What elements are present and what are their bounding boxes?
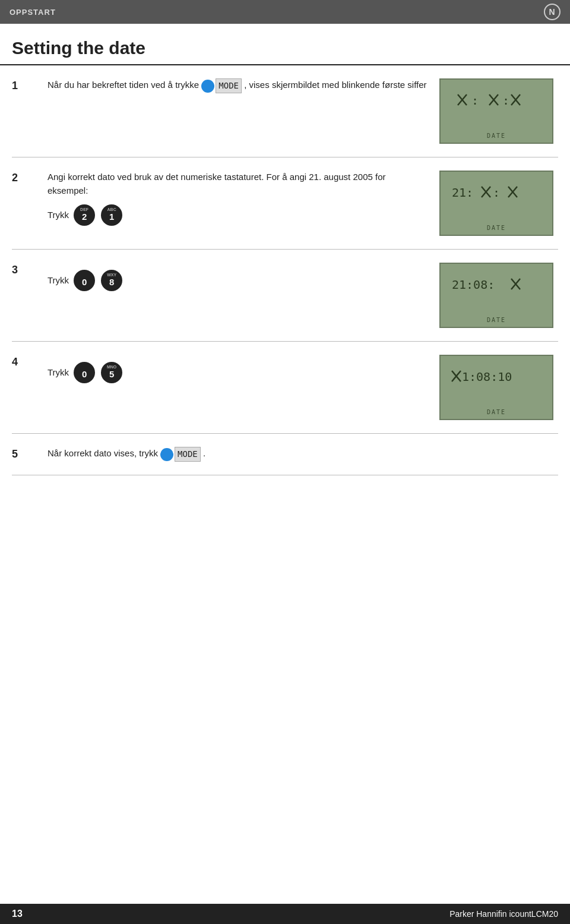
svg-text::: :: [493, 185, 500, 200]
step-content-1: Når du har bekreftet tiden ved å trykke …: [48, 78, 428, 93]
svg-text:21:: 21:: [452, 185, 473, 200]
lcd-svg-1: : :: [449, 89, 544, 130]
lcd-svg-4: 1:08:10: [449, 365, 544, 406]
step-row-1: 1 Når du har bekreftet tiden ved å trykk…: [12, 65, 558, 157]
lcd-display-1: : : DATE: [439, 78, 553, 144]
key-0-a: 0: [74, 270, 95, 291]
mode-button-1: MODE: [201, 78, 242, 93]
header-title: OPPSTART: [10, 8, 56, 17]
footer-page-number: 13: [12, 909, 23, 919]
svg-text:21:08:: 21:08:: [452, 277, 495, 292]
svg-text::: :: [502, 93, 509, 108]
step-number-4: 4: [12, 355, 48, 368]
step-row-2: 2 Angi korrekt dato ved bruk av det nume…: [12, 157, 558, 250]
trykk-row-2: Trykk DEF 2 ABC 1: [48, 203, 428, 227]
lcd-label-4: DATE: [487, 409, 506, 419]
step2-text: Angi korrekt dato ved bruk av det numeri…: [48, 171, 428, 197]
lcd-label-3: DATE: [487, 317, 506, 327]
step-content-2: Angi korrekt dato ved bruk av det numeri…: [48, 171, 428, 227]
step-content-5: Når korrekt dato vises, trykk MODE .: [48, 447, 558, 462]
key-1: ABC 1: [101, 204, 122, 226]
lcd-label-1: DATE: [487, 133, 506, 143]
step1-text: Når du har bekreftet tiden ved å trykke: [48, 80, 201, 90]
lcd-display-4: 1:08:10 DATE: [439, 355, 553, 420]
trykk-row-4: Trykk 0 MNO 5: [48, 361, 428, 384]
step-screen-3: 21:08: DATE: [439, 263, 558, 328]
page-title: Setting the date: [0, 24, 570, 65]
step-screen-4: 1:08:10 DATE: [439, 355, 558, 420]
step-row-3: 3 Trykk 0 WXY 8 21:08:: [12, 250, 558, 342]
footer-brand: Parker Hannifin icountLCM20: [449, 909, 558, 919]
lcd-display-2: 21: : DATE: [439, 171, 553, 236]
step-content-3: Trykk 0 WXY 8: [48, 263, 428, 292]
lcd-label-2: DATE: [487, 225, 506, 235]
step-screen-2: 21: : DATE: [439, 171, 558, 236]
mode-circle-icon-5: [160, 448, 173, 461]
step-number-3: 3: [12, 263, 48, 276]
lcd-svg-3: 21:08:: [449, 273, 544, 314]
mode-button-5: MODE: [160, 447, 201, 462]
svg-text:1:08:10: 1:08:10: [462, 370, 512, 384]
key-2: DEF 2: [74, 204, 95, 226]
mode-circle-icon: [201, 80, 214, 93]
page-footer: 13 Parker Hannifin icountLCM20: [0, 904, 570, 924]
step-row-5: 5 Når korrekt dato vises, trykk MODE .: [12, 434, 558, 475]
step-content-4: Trykk 0 MNO 5: [48, 355, 428, 384]
step-number-5: 5: [12, 447, 48, 461]
step5-text: Når korrekt dato vises, trykk: [48, 448, 160, 458]
step-row-4: 4 Trykk 0 MNO 5: [12, 342, 558, 434]
key-8: WXY 8: [101, 270, 122, 291]
n-badge: N: [544, 4, 560, 20]
svg-text::: :: [471, 93, 479, 108]
lcd-svg-2: 21: :: [449, 181, 544, 222]
step-screen-1: : : DATE: [439, 78, 558, 144]
steps-container: 1 Når du har bekreftet tiden ved å trykk…: [0, 65, 570, 475]
trykk-row-3: Trykk 0 WXY 8: [48, 269, 428, 292]
step-number-1: 1: [12, 78, 48, 92]
step-number-2: 2: [12, 171, 48, 184]
key-0-b: 0: [74, 362, 95, 383]
lcd-display-3: 21:08: DATE: [439, 263, 553, 328]
key-5: MNO 5: [101, 362, 122, 383]
page-header: OPPSTART N: [0, 0, 570, 24]
